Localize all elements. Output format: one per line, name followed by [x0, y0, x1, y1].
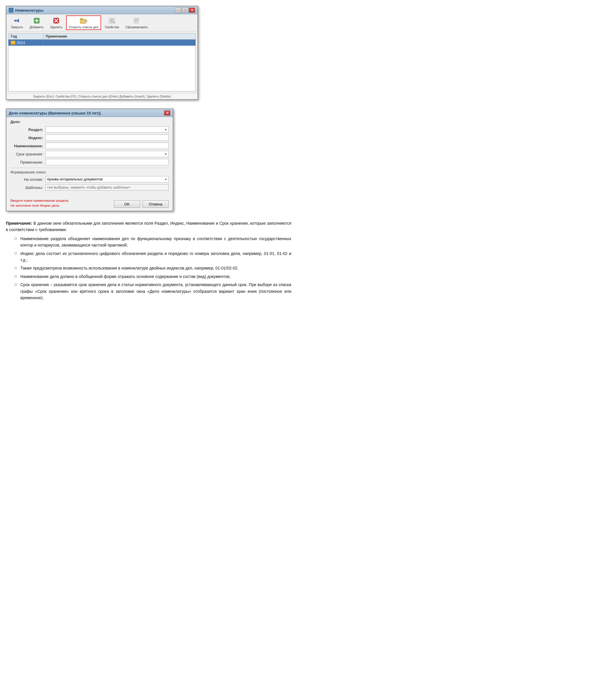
error-line1: Введите новое наименование раздела: [10, 198, 69, 203]
close-button[interactable]: ✕ [189, 8, 195, 13]
prim-input[interactable] [45, 159, 169, 165]
list-item: Также предусмотрена возможность использо… [15, 265, 291, 271]
error-messages: Введите новое наименование раздела: Не з… [10, 198, 69, 208]
notes-header-label: Примечание: [6, 221, 32, 226]
window-delo: Дело номенклатуры (Временное (свыше 10 л… [6, 108, 173, 211]
cancel-button[interactable]: Отмена [143, 200, 169, 208]
indeks-label: Индекс: [10, 136, 45, 140]
window2-close-button[interactable]: ✕ [164, 110, 170, 115]
srok-label: Срок хранения: [10, 152, 45, 156]
error-line2: Не заполнено поле Индекс дела. [10, 203, 69, 208]
window1-icon [9, 8, 13, 13]
window-nomenklatury: Номенклатуры ─ □ ✕ Закрыть [6, 6, 198, 100]
delo-section-label: Дело: [10, 120, 169, 124]
form-divider1 [10, 167, 169, 168]
list-item: Срок хранения – указывается срок хранени… [15, 282, 291, 301]
table-header: Год Примечание [8, 33, 195, 40]
naim-label: Наименование: [10, 144, 45, 148]
window1-title: Номенклатуры [9, 8, 43, 13]
row-folder-icon [11, 41, 15, 45]
shablony-row: Шаблоны: <не выбраны, нажмите, чтобы доб… [10, 184, 169, 191]
delete-button[interactable]: Удалить [47, 15, 65, 30]
row-note [43, 40, 195, 46]
na-osnove-arrow-icon: ▼ [164, 178, 167, 181]
na-osnove-dropdown[interactable]: Архива нотариальных документов ▼ [45, 176, 169, 183]
form-footer: Введите новое наименование раздела: Не з… [6, 195, 173, 211]
prim-label: Примечание: [10, 160, 45, 164]
statusbar: Закрыть (Esc), Свойства (F2), Открыть сп… [6, 93, 197, 99]
svg-rect-16 [134, 18, 139, 23]
window1-controls: ─ □ ✕ [175, 8, 195, 13]
back-button[interactable]: Закрыть [8, 15, 26, 30]
indeks-input[interactable] [45, 134, 169, 141]
na-osnove-label: На основе: [10, 177, 45, 182]
back-icon [13, 17, 21, 25]
properties-icon [108, 17, 116, 25]
window2-titlebar: Дело номенклатуры (Временное (свыше 10 л… [6, 109, 173, 117]
notes-section: Примечание: В данном окне обязательными … [6, 220, 291, 301]
window2-controls: ✕ [164, 110, 170, 115]
maximize-button[interactable]: □ [182, 8, 188, 13]
razdel-dropdown[interactable]: ▼ [45, 126, 169, 133]
col-year-header: Год [8, 33, 43, 39]
na-osnove-row: На основе: Архива нотариальных документо… [10, 176, 169, 183]
naim-row: Наименование: [10, 142, 169, 149]
naim-input[interactable] [45, 142, 169, 149]
prim-row: Примечание: [10, 159, 169, 165]
list-item: Индекс дела состоит из установленного ци… [15, 250, 291, 263]
window2-title: Дело номенклатуры (Временное (свыше 10 л… [9, 111, 101, 115]
dialog-buttons: OK Отмена [114, 200, 169, 208]
minimize-button[interactable]: ─ [175, 8, 181, 13]
nomenklatury-table: Год Примечание 2014 [8, 33, 196, 91]
form-button[interactable]: Сформировать [123, 15, 151, 30]
form-icon [133, 17, 141, 25]
shablony-label: Шаблоны: [10, 186, 45, 190]
form-body: Дело: Раздел: ▼ Индекс: Наименование: Ср… [6, 117, 173, 195]
svg-rect-9 [80, 18, 83, 20]
razdel-arrow-icon: ▼ [164, 128, 167, 131]
indeks-row: Индекс: [10, 134, 169, 141]
razdel-row: Раздел: ▼ [10, 126, 169, 133]
table-row[interactable]: 2014 [8, 40, 195, 46]
list-item: Наименование дела должно в обобщенной фо… [15, 273, 291, 280]
form-opis-label: Формирование описи: [10, 170, 169, 174]
col-note-header: Примечание [43, 33, 195, 39]
srok-dropdown[interactable]: ▼ [45, 151, 169, 157]
shablony-value[interactable]: <не выбраны, нажмите, чтобы добавить шаб… [45, 184, 169, 191]
svg-marker-0 [16, 19, 19, 23]
srok-arrow-icon: ▼ [164, 152, 167, 156]
svg-line-11 [86, 21, 87, 22]
ok-button[interactable]: OK [114, 200, 140, 208]
notes-header-para: Примечание: В данном окне обязательными … [6, 220, 291, 233]
row-year: 2014 [8, 40, 43, 46]
open-list-button[interactable]: Открыть список дел [66, 15, 101, 30]
window1-titlebar: Номенклатуры ─ □ ✕ [6, 6, 197, 14]
open-list-icon [79, 17, 88, 25]
add-button[interactable]: Добавить [27, 15, 46, 30]
delete-icon [52, 17, 60, 25]
bullet-list: Наименование раздела объединяет наименов… [15, 236, 291, 301]
properties-button[interactable]: Свойства [102, 15, 122, 30]
razdel-label: Раздел: [10, 127, 45, 132]
list-item: Наименование раздела объединяет наименов… [15, 236, 291, 249]
srok-row: Срок хранения: ▼ [10, 151, 169, 157]
add-icon [33, 17, 41, 25]
svg-rect-1 [14, 20, 16, 22]
na-osnove-value: Архива нотариальных документов [47, 177, 103, 181]
toolbar: Закрыть Добавить Удалить [6, 14, 197, 31]
